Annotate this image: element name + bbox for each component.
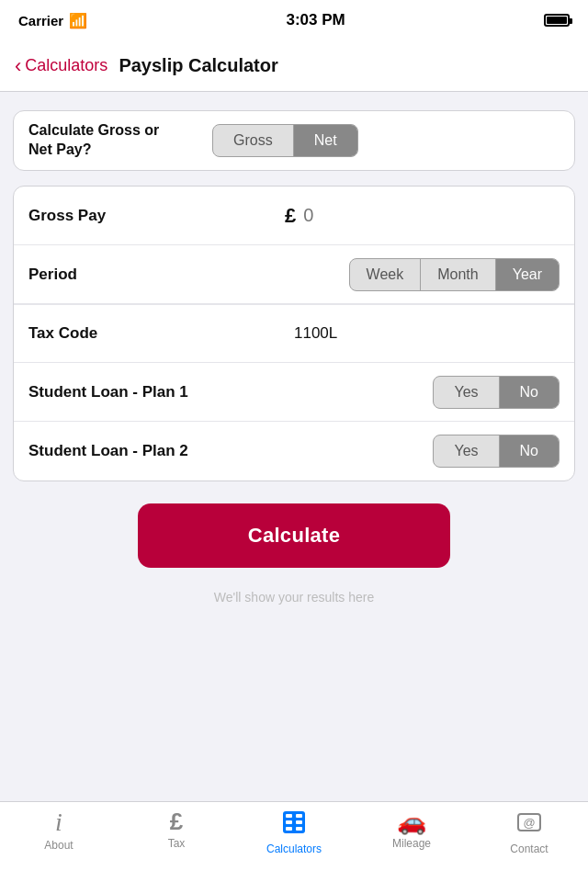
- week-btn[interactable]: Week: [350, 259, 422, 290]
- about-label: About: [44, 839, 73, 852]
- tax-code-row: Tax Code: [14, 304, 574, 363]
- tab-tax[interactable]: £ Tax: [118, 809, 235, 850]
- hint-area: We'll show your results here: [13, 582, 575, 612]
- sl2-yes-btn[interactable]: Yes: [434, 435, 499, 467]
- battery-icon: [544, 14, 570, 27]
- tax-icon: £: [170, 809, 183, 833]
- mileage-label: Mileage: [392, 837, 431, 850]
- sl2-no-btn[interactable]: No: [500, 435, 559, 467]
- page-title: Payslip Calculator: [119, 55, 277, 76]
- tax-label: Tax: [168, 837, 186, 850]
- tax-code-label: Tax Code: [28, 324, 294, 343]
- calculate-button-wrap: Calculate: [13, 503, 575, 568]
- back-button[interactable]: ‹ Calculators: [15, 56, 107, 76]
- net-btn[interactable]: Net: [294, 125, 357, 156]
- contact-label: Contact: [510, 842, 548, 855]
- svg-rect-5: [286, 827, 292, 831]
- battery-area: [544, 14, 570, 27]
- calculate-button[interactable]: Calculate: [138, 503, 450, 568]
- gross-net-card: Calculate Gross orNet Pay? Gross Net: [13, 110, 575, 171]
- battery-fill: [547, 17, 567, 24]
- student-loan-1-label: Student Loan - Plan 1: [28, 383, 433, 401]
- student-loan-1-segmented[interactable]: Yes No: [433, 376, 560, 409]
- wifi-icon: 📶: [69, 12, 87, 29]
- gross-net-segmented[interactable]: Gross Net: [212, 124, 358, 157]
- status-bar: Carrier 📶 3:03 PM: [0, 0, 588, 40]
- tab-mileage[interactable]: 🚗 Mileage: [353, 809, 470, 850]
- gross-pay-input[interactable]: [303, 205, 560, 226]
- tab-contact[interactable]: @ Contact: [470, 809, 588, 855]
- contact-icon: @: [516, 809, 542, 839]
- carrier-info: Carrier 📶: [18, 12, 87, 29]
- hint-text: We'll show your results here: [214, 590, 374, 605]
- gross-pay-row: Gross Pay £: [14, 187, 574, 245]
- year-btn[interactable]: Year: [496, 259, 559, 290]
- student-loan-2-segmented[interactable]: Yes No: [433, 435, 560, 468]
- period-row: Period Week Month Year: [14, 245, 574, 304]
- student-loan-2-label: Student Loan - Plan 2: [28, 442, 433, 460]
- carrier-label: Carrier: [18, 13, 63, 28]
- period-label: Period: [28, 266, 349, 284]
- sl1-no-btn[interactable]: No: [500, 377, 559, 408]
- calculators-icon: [281, 809, 307, 839]
- svg-rect-2: [296, 814, 302, 818]
- month-btn[interactable]: Month: [421, 259, 495, 290]
- svg-rect-4: [296, 820, 302, 824]
- gross-btn[interactable]: Gross: [213, 125, 294, 156]
- student-loan-1-row: Student Loan - Plan 1 Yes No: [14, 363, 574, 422]
- svg-rect-3: [286, 820, 292, 824]
- calculators-label: Calculators: [266, 842, 322, 855]
- svg-rect-6: [296, 827, 302, 831]
- main-content: Calculate Gross orNet Pay? Gross Net Gro…: [0, 92, 588, 630]
- status-time: 3:03 PM: [286, 11, 345, 29]
- nav-bar: ‹ Calculators Payslip Calculator: [0, 40, 588, 92]
- sl1-yes-btn[interactable]: Yes: [434, 377, 499, 408]
- about-icon: i: [55, 809, 62, 835]
- tax-code-input[interactable]: [294, 324, 560, 343]
- svg-text:@: @: [523, 816, 535, 830]
- back-label: Calculators: [25, 56, 107, 75]
- gross-net-label: Calculate Gross orNet Pay?: [28, 121, 212, 160]
- tab-calculators[interactable]: Calculators: [235, 809, 353, 855]
- pound-symbol: £: [285, 204, 296, 228]
- period-segmented[interactable]: Week Month Year: [349, 258, 560, 291]
- tab-bar: i About £ Tax Calculators 🚗 Mileage: [0, 801, 588, 882]
- gross-pay-label: Gross Pay: [28, 207, 285, 225]
- back-chevron-icon: ‹: [15, 56, 21, 76]
- mileage-icon: 🚗: [397, 809, 426, 833]
- tab-about[interactable]: i About: [0, 809, 118, 852]
- student-loan-2-row: Student Loan - Plan 2 Yes No: [14, 422, 574, 481]
- svg-rect-1: [286, 814, 292, 818]
- gross-net-row: Calculate Gross orNet Pay? Gross Net: [14, 111, 574, 170]
- fields-card: Gross Pay £ Period Week Month Year Tax C…: [13, 186, 575, 481]
